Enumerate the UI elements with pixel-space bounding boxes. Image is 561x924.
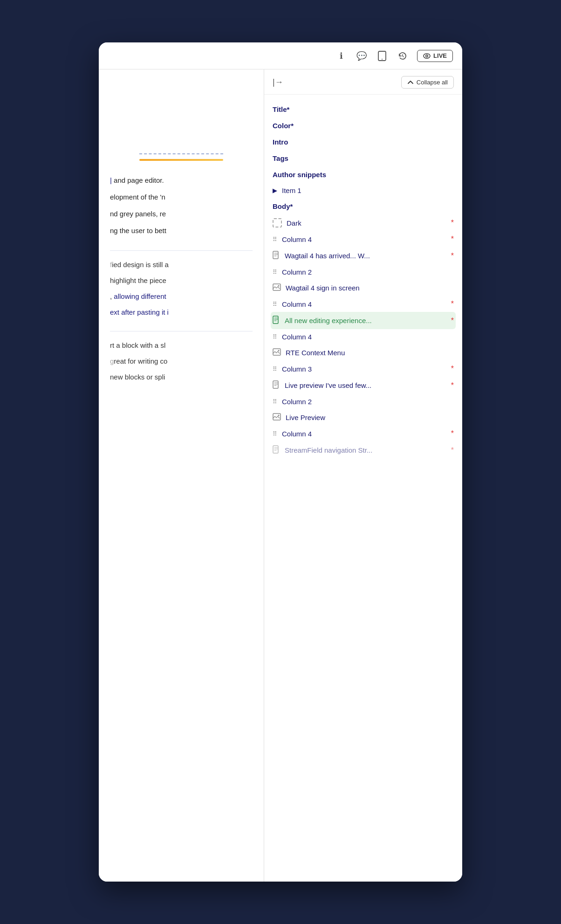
dots-icon-col4a: ⠿ (273, 236, 277, 243)
title-label: Title (273, 105, 287, 113)
field-color[interactable]: Color * (273, 117, 454, 134)
svg-point-7 (278, 285, 280, 287)
author-snippets-label: Author snippets (273, 171, 326, 179)
svg-point-4 (426, 55, 428, 56)
col4c-label: Column 4 (282, 333, 454, 341)
item-col2a[interactable]: ⠿ Column 2 (273, 264, 454, 280)
dots-icon-col4c: ⠿ (273, 333, 277, 340)
preview-yellow-line (139, 159, 223, 161)
preview-section-b: fied design is still a highlight the pie… (106, 259, 256, 323)
wagtail4arrived-label: Wagtail 4 has arrived... W... (285, 252, 451, 260)
field-body[interactable]: Body * (273, 198, 454, 214)
field-author-snippets[interactable]: Author snippets (273, 166, 454, 183)
mobile-icon[interactable] (376, 50, 388, 62)
img-icon-rtecontextmenu (273, 348, 281, 357)
svg-point-1 (382, 59, 383, 60)
preview-text-block-a: | and page editor. elopment of the 'n nd… (106, 175, 256, 242)
dots-icon-col3: ⠿ (273, 365, 277, 372)
item-col3[interactable]: ⠿ Column 3 * (273, 361, 454, 377)
item-rtecontextmenu[interactable]: RTE Context Menu (273, 345, 454, 361)
preview-section-b-line-4: ext after pasting it i (110, 307, 253, 318)
preview-section-c: rt a block with a sl great for writing c… (106, 340, 256, 387)
doc-icon-wagtail4arrived (273, 251, 280, 261)
item-col4a[interactable]: ⠿ Column 4 * (273, 231, 454, 247)
col4a-label: Column 4 (282, 235, 451, 243)
svg-rect-5 (273, 251, 278, 259)
col2a-label: Column 2 (282, 268, 454, 276)
item-item1[interactable]: ▶ Item 1 (273, 183, 454, 198)
preview-divider-2 (110, 331, 253, 331)
preview-section-c-line-2: great for writing co (110, 356, 253, 367)
svg-point-13 (278, 415, 280, 416)
live-label: LIVE (433, 52, 447, 59)
preview-line-4: ng the user to bett (110, 225, 253, 236)
color-label: Color (273, 122, 291, 130)
dark-label: Dark (287, 219, 451, 227)
preview-line-2: elopment of the 'n (110, 192, 253, 203)
info-icon[interactable]: ℹ (335, 50, 347, 62)
doc-icon-streamfield (273, 445, 280, 455)
dots-icon-col4b: ⠿ (273, 301, 277, 308)
item-col4d[interactable]: ⠿ Column 4 * (273, 426, 454, 441)
doc-icon-livepreviewused (273, 380, 280, 390)
img-icon-wagtail4sign (273, 283, 281, 292)
col4d-label: Column 4 (282, 430, 451, 438)
col3-required: * (451, 365, 454, 373)
preview-section-b-line-2: highlight the piece (110, 275, 253, 286)
sidebar-header: |→ Collapse all (264, 69, 462, 95)
item-col4b[interactable]: ⠿ Column 4 * (273, 296, 454, 312)
chat-icon[interactable]: 💬 (356, 50, 368, 62)
item-dark[interactable]: Dark * (273, 214, 454, 231)
col4b-required: * (451, 300, 454, 308)
rtecontextmenu-label: RTE Context Menu (286, 349, 454, 357)
body-label: Body (273, 202, 290, 210)
item-wagtail4arrived[interactable]: Wagtail 4 has arrived... W... * (273, 247, 454, 264)
preview-line-1: | and page editor. (110, 175, 253, 186)
item-col4c[interactable]: ⠿ Column 4 (273, 329, 454, 345)
dark-required: * (451, 219, 454, 227)
sidebar-panel: |→ Collapse all Title * Color * (264, 69, 462, 882)
preview-section-c-line-3: new blocks or spli (110, 372, 253, 383)
dots-icon-col2b: ⠿ (273, 398, 277, 405)
doc-icon-allnewediting (273, 316, 280, 325)
livepreview-label: Live Preview (286, 414, 454, 421)
color-required: * (291, 122, 294, 130)
expand-icon[interactable]: |→ (273, 77, 283, 87)
item-livepreviewused[interactable]: Live preview I've used few... * (273, 377, 454, 394)
dashed-icon-dark (273, 218, 282, 228)
history-icon[interactable] (397, 50, 409, 62)
col3-label: Column 3 (282, 365, 451, 373)
dots-icon-col4d: ⠿ (273, 430, 277, 437)
item1-label: Item 1 (282, 186, 454, 194)
item-streamfield[interactable]: StreamField navigation Str... * (273, 441, 454, 459)
svg-point-10 (278, 350, 280, 352)
preview-section-b-line-1: fied design is still a (110, 259, 253, 270)
dots-icon-col2a: ⠿ (273, 269, 277, 276)
col2b-label: Column 2 (282, 398, 454, 406)
intro-label: Intro (273, 138, 288, 146)
collapse-all-label: Collapse all (417, 79, 448, 86)
main-area: | and page editor. elopment of the 'n nd… (99, 69, 462, 882)
field-title[interactable]: Title * (273, 101, 454, 117)
field-tags[interactable]: Tags (273, 150, 454, 166)
item-livepreview[interactable]: Live Preview (273, 409, 454, 426)
item-col2b[interactable]: ⠿ Column 2 (273, 394, 454, 409)
img-icon-livepreview (273, 413, 281, 422)
tags-label: Tags (273, 154, 288, 162)
col4b-label: Column 4 (282, 300, 451, 308)
wagtail4arrived-required: * (451, 252, 454, 260)
live-button[interactable]: LIVE (417, 50, 453, 62)
field-intro[interactable]: Intro (273, 134, 454, 150)
col4a-required: * (451, 235, 454, 243)
col4d-required: * (451, 429, 454, 438)
collapse-all-button[interactable]: Collapse all (401, 76, 454, 89)
preview-section-c-line-1: rt a block with a sl (110, 340, 253, 351)
streamfield-label: StreamField navigation Str... (285, 446, 451, 454)
chevron-icon-item1: ▶ (273, 187, 277, 194)
item-wagtail4sign[interactable]: Wagtail 4 sign in screen (273, 280, 454, 296)
item-allnewediting[interactable]: All new editing experience... * (271, 312, 456, 329)
streamfield-required: * (451, 446, 454, 455)
device-frame: ℹ 💬 LIVE (99, 42, 462, 882)
toolbar: ℹ 💬 LIVE (99, 42, 462, 69)
preview-line-3: nd grey panels, re (110, 208, 253, 220)
